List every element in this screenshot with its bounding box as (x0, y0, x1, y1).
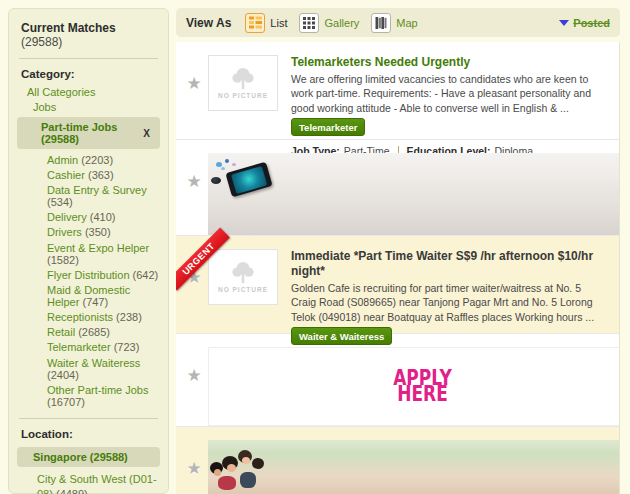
listing-row[interactable]: ★ NO PICTURE Telemarketers Needed Urgent… (176, 42, 619, 140)
favorite-star-cell: ★ (180, 55, 208, 111)
listing-image[interactable]: NO PICTURE (208, 249, 278, 305)
phone-shape (225, 162, 272, 198)
divider (19, 418, 158, 419)
no-picture-placeholder: NO PICTURE (208, 249, 278, 305)
sidebar-item-delivery[interactable]: Delivery (410) (17, 210, 160, 225)
sidebar-item-admin[interactable]: Admin (2203) (17, 152, 160, 167)
listing-image[interactable]: NO PICTURE (208, 55, 278, 111)
no-picture-label: NO PICTURE (218, 92, 268, 99)
listing-title[interactable]: Telemarketers Needed Urgently (291, 55, 609, 70)
sidebar-item-waiter[interactable]: Waiter & Waiteress (2404) (17, 355, 160, 382)
decor-figure (240, 472, 256, 488)
sort-posted-label: Posted (573, 17, 610, 29)
listing-image-people-photo[interactable] (208, 440, 620, 494)
view-gallery-button[interactable]: Gallery (299, 13, 359, 33)
location-city-south-west[interactable]: City & South West (D01-08) (4489) (17, 470, 160, 494)
sidebar-item-flyer[interactable]: Flyer Distribution (642) (17, 267, 160, 282)
view-gallery-label: Gallery (324, 17, 359, 29)
sidebar-item-receptionists[interactable]: Receptionists (238) (17, 310, 160, 325)
sidebar-item-retail[interactable]: Retail (2685) (17, 325, 160, 340)
filter-sidebar: Current Matches (29588) Category: All Ca… (8, 8, 169, 494)
decor-figure (252, 458, 264, 469)
listing-row[interactable]: ★ APPLY HERE $8/Hr Sales Promoter Part T… (176, 334, 619, 427)
apply-here-text: HERE (397, 385, 448, 405)
category-badge[interactable]: Telemarketer (291, 118, 365, 136)
favorite-star-cell: ★ (180, 347, 208, 403)
decor-figure (218, 476, 236, 490)
selected-category-label: Part-time Jobs (29588) (17, 121, 141, 145)
listing-row-highlighted[interactable]: URGENT ★ NO PICTURE Immediate *Part Time… (176, 236, 619, 334)
listing-image-phone-photo[interactable] (208, 153, 620, 235)
listing-row[interactable]: ★ SmartPhone Demonstrator ($8/hr+Comm) J… (176, 140, 619, 236)
listing-description: We are offering limited vacancies to can… (291, 72, 609, 115)
favorite-star-icon[interactable]: ★ (186, 171, 201, 192)
selected-location-label: Singapore (29588) (17, 451, 152, 463)
decor-figure (227, 464, 236, 472)
current-matches-count: (29588) (21, 35, 62, 49)
sidebar-item-other-parttime[interactable]: Other Part-time Jobs (16707) (17, 382, 160, 409)
sidebar-item-maid[interactable]: Maid & Domestic Helper (747) (17, 282, 160, 309)
location-heading: Location: (17, 428, 160, 444)
sidebar-link-jobs[interactable]: Jobs (17, 99, 160, 114)
view-list-button[interactable]: List (245, 13, 287, 33)
decor-gem (232, 163, 236, 166)
no-picture-label: NO PICTURE (218, 286, 268, 293)
decor-gem (225, 159, 229, 163)
selected-category[interactable]: Part-time Jobs (29588) X (17, 117, 160, 149)
subcategory-list: Admin (2203) Cashier (363) Data Entry & … (17, 152, 160, 409)
location-list: City & South West (D01-08) (4489) Orchar… (17, 470, 160, 494)
sort-posted-control[interactable]: Posted (559, 17, 610, 29)
sidebar-item-cashier[interactable]: Cashier (363) (17, 167, 160, 182)
selected-location[interactable]: Singapore (29588) (17, 447, 160, 467)
view-map-label: Map (396, 17, 417, 29)
favorite-star-icon[interactable]: ★ (186, 365, 201, 386)
tree-icon (227, 261, 259, 285)
listing-content: Telemarketers Needed Urgently We are off… (291, 55, 609, 139)
listing-image-apply-here[interactable]: APPLY HERE (208, 347, 620, 426)
favorite-star-icon[interactable]: ★ (186, 458, 201, 479)
no-picture-placeholder: NO PICTURE (208, 55, 278, 111)
map-icon (371, 13, 391, 33)
decor-gem (221, 167, 225, 170)
category-heading: Category: (17, 68, 160, 84)
current-matches-label: Current Matches (21, 21, 116, 35)
sidebar-item-telemarketer[interactable]: Telemarketer (723) (17, 340, 160, 355)
listing-description: Golden Cafe is recruiting for part timer… (291, 281, 609, 324)
current-matches: Current Matches (29588) (17, 19, 160, 49)
divider (19, 58, 158, 59)
listing-content: Immediate *Part Time Waiter S$9 /hr afte… (291, 249, 609, 333)
view-toolbar: View As List Gallery (176, 8, 620, 37)
sidebar-link-all-categories[interactable]: All Categories (17, 84, 160, 99)
listing-row-highlighted[interactable]: ★ Beauty/Spa/Makeup Worshops Coordinator… (176, 427, 619, 494)
sidebar-item-drivers[interactable]: Drivers (350) (17, 225, 160, 240)
listing-title[interactable]: Immediate *Part Time Waiter S$9 /hr afte… (291, 249, 609, 279)
list-icon (245, 13, 265, 33)
chevron-down-icon (559, 20, 569, 26)
remove-category-filter-button[interactable]: X (141, 128, 152, 139)
view-map-button[interactable]: Map (371, 13, 417, 33)
tree-icon (227, 67, 259, 91)
gallery-icon (299, 13, 319, 33)
favorite-star-cell: ★ (180, 440, 208, 494)
decor-figure (242, 457, 250, 464)
view-list-label: List (270, 17, 287, 29)
listing-results: ★ NO PICTURE Telemarketers Needed Urgent… (176, 42, 620, 494)
decor-puck (211, 177, 221, 184)
sidebar-item-event-expo[interactable]: Event & Expo Helper (1582) (17, 240, 160, 267)
decor-figure (214, 469, 221, 476)
sidebar-item-data-entry[interactable]: Data Entry & Survey (534) (17, 182, 160, 209)
favorite-star-icon[interactable]: ★ (186, 73, 201, 94)
favorite-star-cell: ★ (180, 153, 208, 209)
view-as-label: View As (186, 16, 231, 30)
